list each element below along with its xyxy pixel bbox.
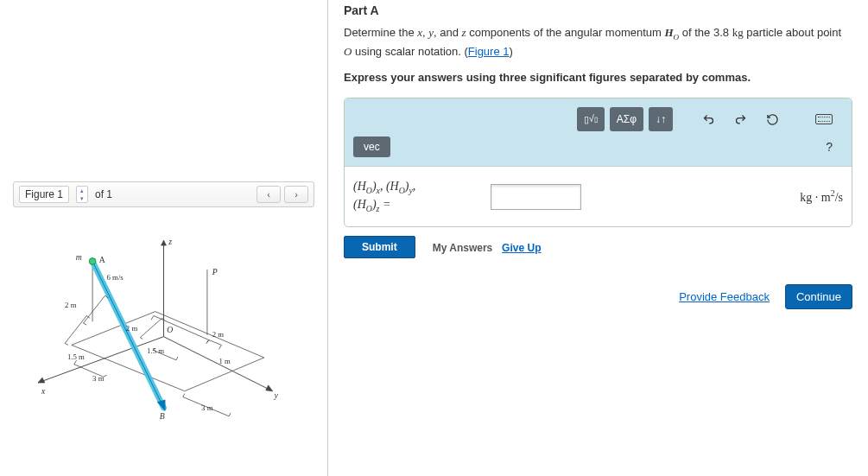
prompt-text: using scalar notation. ( [355, 45, 468, 58]
prompt-text: of the 3.8 [682, 26, 732, 39]
figure-navigation-bar: Figure 1 ▴▾ of 1 ‹ › [13, 181, 314, 207]
undo-button[interactable] [695, 109, 722, 130]
keyboard-button[interactable] [808, 109, 839, 130]
answer-units: kg · m2/s [800, 188, 843, 205]
prompt-text: components of the angular momentum [469, 26, 664, 39]
give-up-link[interactable]: Give Up [502, 242, 541, 254]
svg-text:m: m [76, 252, 82, 262]
svg-text:O: O [167, 325, 173, 334]
svg-line-4 [164, 337, 273, 391]
svg-text:2 m: 2 m [212, 330, 225, 339]
svg-text:1.5 m: 1.5 m [147, 346, 164, 355]
prompt-text: particle about point [746, 26, 841, 39]
part-prompt: Determine the x, y, and z components of … [344, 24, 852, 60]
svg-line-9 [92, 261, 163, 408]
submit-button[interactable]: Submit [344, 236, 415, 258]
help-button[interactable]: ? [819, 136, 839, 157]
svg-text:6 m/s: 6 m/s [107, 273, 124, 282]
vec-button[interactable]: vec [353, 136, 390, 157]
svg-marker-3 [38, 378, 45, 383]
svg-text:1 m: 1 m [219, 357, 231, 365]
figure-link[interactable]: Figure 1 [468, 45, 510, 58]
svg-text:3 m: 3 m [92, 374, 105, 383]
part-instruction: Express your answers using three signifi… [344, 69, 852, 86]
svg-text:x: x [41, 386, 46, 396]
answer-input[interactable] [491, 184, 581, 210]
part-title: Part A [344, 0, 852, 17]
figure-spinner[interactable]: ▴▾ [76, 186, 88, 203]
svg-marker-1 [162, 240, 167, 245]
templates-button[interactable]: ▯√▯ [577, 107, 605, 131]
svg-text:3 m: 3 m [201, 403, 213, 412]
svg-marker-5 [266, 385, 273, 391]
toolbar-zone: ▯√▯ ΑΣφ ↓↑ vec [345, 98, 852, 167]
reset-button[interactable] [759, 109, 786, 130]
subscript-superscript-button[interactable]: ↓↑ [649, 107, 673, 131]
figure-count: of 1 [95, 188, 112, 200]
my-answers-label: My Answers [433, 242, 493, 254]
provide-feedback-link[interactable]: Provide Feedback [679, 290, 770, 303]
answer-variable-label: (HO)x, (HO)y,(HO)z = [353, 179, 478, 214]
figure-prev-button[interactable]: ‹ [257, 186, 281, 203]
figure-image: m A 6 m/s 2 m 2 m 2 m 1.5 m 1.5 m 1 m 3 … [13, 216, 314, 441]
svg-text:y: y [273, 390, 278, 400]
greek-button[interactable]: ΑΣφ [610, 107, 643, 131]
prompt-text: ) [510, 45, 513, 58]
svg-text:z: z [168, 237, 172, 246]
prompt-text: Determine the [344, 26, 417, 39]
svg-text:2 m: 2 m [126, 324, 138, 333]
figure-label: Figure 1 [19, 186, 69, 203]
svg-text:2 m: 2 m [65, 301, 77, 309]
svg-text:B: B [160, 411, 165, 421]
svg-point-11 [89, 258, 96, 265]
continue-button[interactable]: Continue [785, 284, 852, 309]
svg-text:P: P [212, 267, 218, 276]
figure-next-button[interactable]: › [284, 186, 308, 203]
answer-box: ▯√▯ ΑΣφ ↓↑ vec [344, 98, 852, 227]
svg-text:A: A [99, 255, 105, 264]
redo-button[interactable] [727, 109, 754, 130]
svg-text:1.5 m: 1.5 m [67, 352, 85, 361]
